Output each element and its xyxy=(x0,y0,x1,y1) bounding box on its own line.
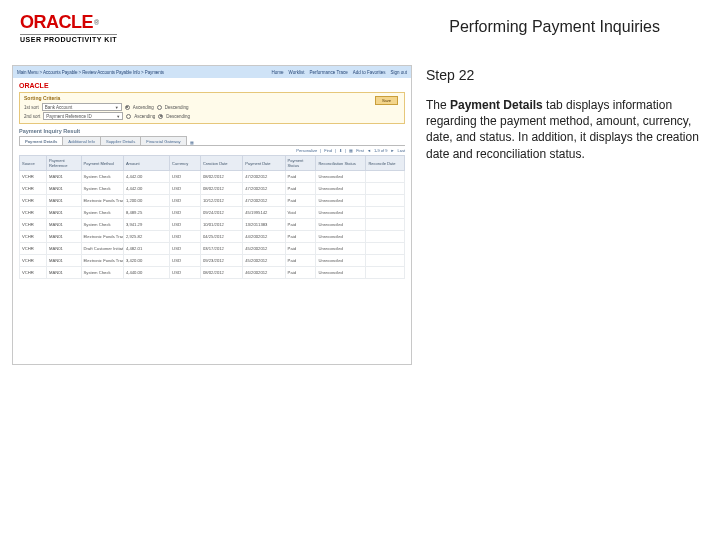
table-cell: System Check xyxy=(81,219,123,231)
table-cell: Unreconciled xyxy=(316,207,366,219)
tab-payment-details[interactable]: Payment Details xyxy=(19,136,63,145)
table-row[interactable]: VCHRMAN01Electronic Funds Transfer1,200.… xyxy=(20,195,405,207)
table-cell: 45/2002012 xyxy=(243,255,285,267)
download-icon[interactable]: ⬇ xyxy=(339,148,342,153)
asc-label-1: Ascending xyxy=(133,105,154,110)
last-link[interactable]: Last xyxy=(397,148,405,153)
table-cell: 10/01/2012 xyxy=(200,219,242,231)
col-header: Payment Method xyxy=(81,156,123,171)
oracle-logo-tm: ® xyxy=(94,19,99,26)
table-cell: MAN01 xyxy=(46,183,81,195)
ss-topbar: Main Menu > Accounts Payable > Review Ac… xyxy=(13,66,411,78)
table-cell xyxy=(366,171,405,183)
toplink-worklist[interactable]: Worklist xyxy=(289,70,305,75)
page-header: ORACLE ® USER PRODUCTIVITY KIT Performin… xyxy=(0,0,720,47)
table-cell xyxy=(366,207,405,219)
sorting-criteria-box: Sorting Criteria Save 1st sort Bank Acco… xyxy=(19,92,405,124)
sort-select-2[interactable]: Payment Reference ID▼ xyxy=(43,112,123,120)
table-cell: Paid xyxy=(285,183,316,195)
table-cell: VCHR xyxy=(20,171,47,183)
table-cell: USD xyxy=(170,207,201,219)
table-cell: VCHR xyxy=(20,207,47,219)
sort-row-1: 1st sort Bank Account▼ Ascending Descend… xyxy=(24,103,400,111)
table-cell: MAN01 xyxy=(46,219,81,231)
table-row[interactable]: VCHRMAN01System Check8,489.25USD09/24/20… xyxy=(20,207,405,219)
table-cell: VCHR xyxy=(20,195,47,207)
table-row[interactable]: VCHRMAN01System Check4,442.00USD08/02/20… xyxy=(20,183,405,195)
radio-asc-1[interactable] xyxy=(125,105,130,110)
table-cell: 47/2002012 xyxy=(243,171,285,183)
toplink-home[interactable]: Home xyxy=(272,70,284,75)
table-cell: VCHR xyxy=(20,183,47,195)
breadcrumb: Main Menu > Accounts Payable > Review Ac… xyxy=(17,70,164,75)
table-cell: 2,925.82 xyxy=(123,231,169,243)
table-cell: Electronic Funds Transfer xyxy=(81,231,123,243)
table-cell: System Check xyxy=(81,267,123,279)
table-cell xyxy=(366,255,405,267)
table-cell: Paid xyxy=(285,267,316,279)
table-row[interactable]: VCHRMAN01System Check4,440.00USD08/02/20… xyxy=(20,267,405,279)
section-heading: Payment Inquiry Result xyxy=(19,128,405,134)
table-cell: 47/2002012 xyxy=(243,183,285,195)
table-cell: 03/17/2012 xyxy=(200,243,242,255)
table-cell xyxy=(366,267,405,279)
table-cell: 45/1995142 xyxy=(243,207,285,219)
sort-select-1-value: Bank Account xyxy=(45,105,73,110)
table-cell: 08/02/2012 xyxy=(200,183,242,195)
col-header: Source xyxy=(20,156,47,171)
col-header: Reconciliation Status xyxy=(316,156,366,171)
grid-icon[interactable]: ▦ xyxy=(349,148,353,153)
radio-desc-1[interactable] xyxy=(157,105,162,110)
toplink-signout[interactable]: Sign out xyxy=(390,70,407,75)
first-link[interactable]: First xyxy=(356,148,364,153)
page-title: Performing Payment Inquiries xyxy=(449,18,660,36)
table-cell: 4,440.00 xyxy=(123,267,169,279)
table-row[interactable]: VCHRMAN01Electronic Funds Transfer2,925.… xyxy=(20,231,405,243)
table-cell: USD xyxy=(170,267,201,279)
sort-select-2-value: Payment Reference ID xyxy=(46,114,92,119)
tab-additional-info[interactable]: Additional Info xyxy=(62,136,101,145)
personalize-link[interactable]: Personalize xyxy=(296,148,317,153)
table-cell: USD xyxy=(170,219,201,231)
desc-bold: Payment Details xyxy=(450,98,543,112)
tab-supplier-details[interactable]: Supplier Details xyxy=(100,136,141,145)
tab-extra-icon[interactable]: ▦ xyxy=(190,140,194,145)
save-button[interactable]: Save xyxy=(375,96,398,105)
step-description: The Payment Details tab displays informa… xyxy=(426,97,700,162)
table-cell: Electronic Funds Transfer xyxy=(81,255,123,267)
table-cell: 08/02/2012 xyxy=(200,267,242,279)
sort-select-1[interactable]: Bank Account▼ xyxy=(42,103,122,111)
table-cell: 10/12/2012 xyxy=(200,195,242,207)
table-cell: USD xyxy=(170,243,201,255)
toplink-trace[interactable]: Performance Trace xyxy=(309,70,347,75)
table-row[interactable]: VCHRMAN01System Check3,941.29USD10/01/20… xyxy=(20,219,405,231)
radio-desc-2[interactable] xyxy=(158,114,163,119)
table-cell: USD xyxy=(170,171,201,183)
tab-financial-gateway[interactable]: Financial Gateway xyxy=(140,136,186,145)
table-cell: MAN01 xyxy=(46,255,81,267)
table-controls: Personalize | Find | ⬇ | ▦ First ◄ 1-9 o… xyxy=(19,148,405,153)
screenshot-panel: Main Menu > Accounts Payable > Review Ac… xyxy=(12,65,412,365)
table-cell: Unreconciled xyxy=(316,243,366,255)
ss-body: ORACLE Sorting Criteria Save 1st sort Ba… xyxy=(13,78,411,283)
toplink-fav[interactable]: Add to Favorites xyxy=(353,70,386,75)
table-cell xyxy=(366,195,405,207)
table-cell: Unreconciled xyxy=(316,195,366,207)
col-header: Payment Status xyxy=(285,156,316,171)
table-cell: 09/24/2012 xyxy=(200,207,242,219)
table-row[interactable]: VCHRMAN01Draft Customer Initiated4,482.0… xyxy=(20,243,405,255)
chevron-down-icon: ▼ xyxy=(115,105,119,110)
table-cell: VCHR xyxy=(20,243,47,255)
table-cell: 4,482.01 xyxy=(123,243,169,255)
find-link[interactable]: Find xyxy=(324,148,332,153)
table-cell: System Check xyxy=(81,207,123,219)
table-cell: 3,941.29 xyxy=(123,219,169,231)
radio-asc-2[interactable] xyxy=(126,114,131,119)
instruction-panel: Step 22 The Payment Details tab displays… xyxy=(426,65,700,365)
table-row[interactable]: VCHRMAN01Electronic Funds Transfer3,420.… xyxy=(20,255,405,267)
table-cell: VCHR xyxy=(20,231,47,243)
table-cell: Paid xyxy=(285,219,316,231)
embedded-screenshot: Main Menu > Accounts Payable > Review Ac… xyxy=(12,65,412,365)
table-cell: 09/23/2012 xyxy=(200,255,242,267)
table-row[interactable]: VCHRMAN01System Check4,442.00USD08/02/20… xyxy=(20,171,405,183)
